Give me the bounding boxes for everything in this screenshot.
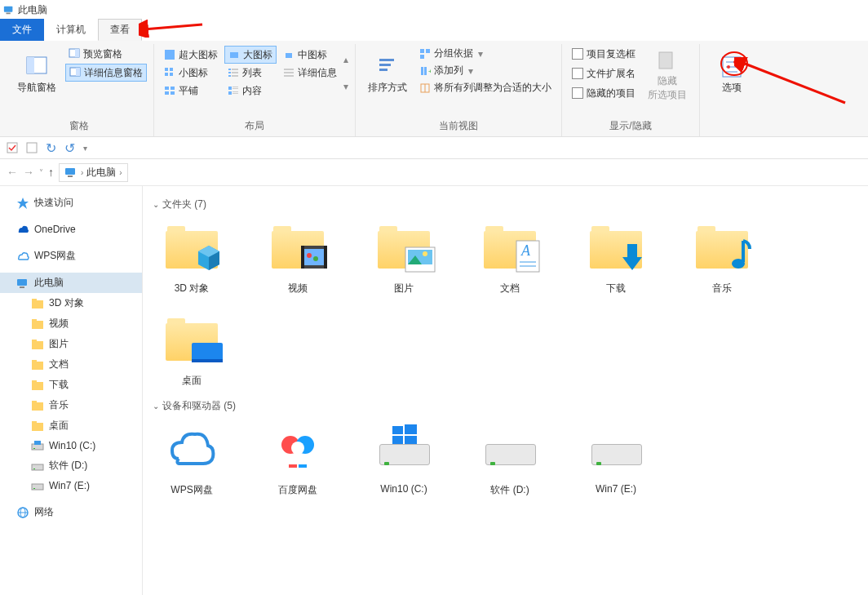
up-button[interactable]: ↑ xyxy=(48,166,54,179)
layout-large[interactable]: 大图标 xyxy=(224,46,277,64)
sidebar-item-drive-e[interactable]: Win7 (E:) xyxy=(0,476,142,495)
svg-rect-25 xyxy=(170,87,175,90)
tile-downloads[interactable]: 下载 xyxy=(577,218,655,295)
drive-icon xyxy=(31,460,44,473)
sidebar-item-videos[interactable]: 视频 xyxy=(0,313,142,334)
layout-medium[interactable]: 中图标 xyxy=(280,46,340,64)
sidebar-item-3d-objects[interactable]: 3D 对象 xyxy=(0,293,142,313)
hidden-items-toggle[interactable]: 隐藏的项目 xyxy=(569,85,639,101)
sidebar-item-documents[interactable]: 文档 xyxy=(0,354,142,375)
ribbon-group-current-view: 排序方式 分组依据▾ +添加列▾ 将所有列调整为合适的大小 当前视图 xyxy=(356,44,562,136)
chevron-right-icon[interactable]: › xyxy=(119,168,122,177)
tile-baidu-drive[interactable]: 百度网盘 xyxy=(259,420,337,497)
tile-drive-d[interactable]: 软件 (D:) xyxy=(471,420,549,497)
svg-rect-1 xyxy=(7,13,11,15)
layout-small[interactable]: 小图标 xyxy=(161,64,221,82)
layout-content[interactable]: 内容 xyxy=(224,82,277,100)
layout-tiles[interactable]: 平铺 xyxy=(161,82,221,100)
svg-rect-38 xyxy=(426,49,430,53)
preview-pane-icon xyxy=(69,48,80,60)
ribbon-group-label: 窗格 xyxy=(69,118,89,135)
svg-rect-72 xyxy=(32,421,37,424)
svg-rect-71 xyxy=(32,423,43,431)
file-extensions-toggle[interactable]: 文件扩展名 xyxy=(569,65,639,82)
nav-pane-button[interactable]: 导航窗格 xyxy=(11,46,62,104)
layout-scroll-up-icon[interactable]: ▴ xyxy=(343,54,348,65)
svg-point-95 xyxy=(423,251,427,256)
breadcrumb[interactable]: › 此电脑 › xyxy=(59,163,128,182)
sidebar-item-desktop[interactable]: 桌面 xyxy=(0,415,142,436)
back-button[interactable]: ← xyxy=(7,166,18,179)
sidebar-item-pictures[interactable]: 图片 xyxy=(0,334,142,354)
tile-3d-objects[interactable]: 3D 对象 xyxy=(153,218,231,295)
svg-rect-17 xyxy=(228,72,231,73)
tile-pictures[interactable]: 图片 xyxy=(365,218,443,295)
svg-rect-61 xyxy=(32,321,43,329)
star-icon xyxy=(16,197,29,210)
undo-icon[interactable]: ↺ xyxy=(64,140,75,156)
svg-rect-90 xyxy=(301,246,304,269)
tab-file[interactable]: 文件 xyxy=(0,19,44,41)
drive-icon xyxy=(31,439,44,452)
section-header-folders[interactable]: ⌄ 文件夹 (7) xyxy=(153,198,858,211)
sidebar-item-downloads[interactable]: 下载 xyxy=(0,375,142,395)
sidebar-item-this-pc[interactable]: 此电脑 xyxy=(0,273,142,293)
redo-icon[interactable]: ↻ xyxy=(46,140,56,156)
large-icon xyxy=(228,49,240,60)
sidebar-item-wps[interactable]: WPS网盘 xyxy=(0,246,142,266)
folder-icon xyxy=(31,399,44,412)
svg-rect-68 xyxy=(32,380,37,383)
svg-rect-100 xyxy=(627,244,637,257)
item-checkboxes-toggle[interactable]: 项目复选框 xyxy=(569,46,639,62)
tile-videos[interactable]: 视频 xyxy=(259,218,337,295)
svg-rect-104 xyxy=(192,359,223,362)
layout-list[interactable]: 列表 xyxy=(224,64,277,82)
fit-columns-button[interactable]: 将所有列调整为合适的大小 xyxy=(416,80,555,95)
hide-selected-button[interactable]: 隐藏 所选项目 xyxy=(642,46,693,104)
this-pc-icon xyxy=(64,166,78,179)
sidebar-item-network[interactable]: 网络 xyxy=(0,502,142,522)
svg-rect-108 xyxy=(289,464,297,468)
tile-wps-drive[interactable]: WPS网盘 xyxy=(153,420,231,497)
history-dropdown-icon[interactable]: ˅ xyxy=(39,168,43,177)
chevron-right-icon[interactable]: › xyxy=(81,168,83,177)
sidebar-item-drive-d[interactable]: 软件 (D:) xyxy=(0,455,142,476)
sidebar-item-music[interactable]: 音乐 xyxy=(0,395,142,415)
checkbox-empty-icon[interactable] xyxy=(26,142,38,153)
ribbon-group-label: 显示/隐藏 xyxy=(609,118,651,135)
forward-button[interactable]: → xyxy=(23,166,34,179)
svg-rect-69 xyxy=(32,402,43,411)
svg-rect-58 xyxy=(20,286,24,288)
sidebar-item-onedrive[interactable]: OneDrive xyxy=(0,220,142,239)
tile-music[interactable]: 音乐 xyxy=(683,218,761,295)
options-button[interactable]: 选项 xyxy=(706,46,757,104)
ribbon-group-options: 选项 xyxy=(700,44,764,136)
tile-drive-e[interactable]: Win7 (E:) xyxy=(577,420,655,497)
nav-pane-icon xyxy=(25,56,48,78)
tab-computer[interactable]: 计算机 xyxy=(44,19,98,41)
svg-rect-40 xyxy=(421,67,423,75)
checkbox-check-icon[interactable] xyxy=(7,142,18,153)
tile-desktop[interactable]: 桌面 xyxy=(153,310,231,388)
onedrive-icon xyxy=(16,223,29,236)
sort-by-button[interactable]: 排序方式 xyxy=(362,46,413,104)
section-header-drives[interactable]: ⌄ 设备和驱动器 (5) xyxy=(153,399,858,413)
sidebar-item-quick-access[interactable]: 快速访问 xyxy=(0,193,142,213)
sidebar-item-drive-c[interactable]: Win10 (C:) xyxy=(0,436,142,455)
svg-rect-15 xyxy=(228,69,231,70)
tab-view[interactable]: 查看 xyxy=(98,19,142,41)
preview-pane-toggle[interactable]: 预览窗格 xyxy=(65,46,147,62)
layout-details[interactable]: 详细信息 xyxy=(280,64,340,82)
details-pane-toggle[interactable]: 详细信息窗格 xyxy=(65,64,147,82)
add-columns-button[interactable]: +添加列▾ xyxy=(416,63,555,78)
tile-documents[interactable]: A 文档 xyxy=(471,218,549,295)
chevron-down-icon[interactable]: ▾ xyxy=(83,144,87,153)
tile-drive-c[interactable]: Win10 (C:) xyxy=(365,420,443,497)
layout-scroll-down-icon[interactable]: ▾ xyxy=(343,81,348,92)
cloud-icon xyxy=(164,424,219,473)
layout-extra-large[interactable]: 超大图标 xyxy=(161,46,221,64)
svg-rect-45 xyxy=(659,52,672,69)
breadcrumb-item[interactable]: 此电脑 xyxy=(86,166,116,180)
group-by-button[interactable]: 分组依据▾ xyxy=(416,46,555,61)
svg-rect-65 xyxy=(32,362,43,370)
